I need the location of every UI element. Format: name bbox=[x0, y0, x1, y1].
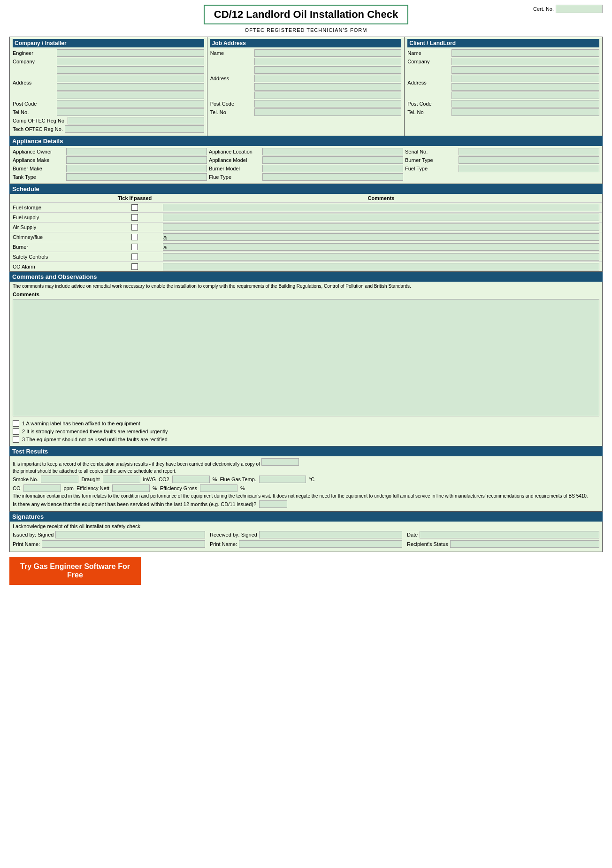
co-alarm-label: CO Alarm bbox=[13, 264, 107, 269]
acknowledgement-text: I acknowledge receipt of this oil instal… bbox=[13, 523, 599, 529]
address-line4[interactable] bbox=[57, 92, 204, 99]
chimney-flue-comment[interactable] bbox=[163, 233, 599, 241]
flue-type-input[interactable] bbox=[262, 173, 403, 181]
client-address-line1[interactable] bbox=[451, 66, 599, 74]
cert-box: Cert. No. bbox=[533, 5, 603, 13]
appliance-make-input[interactable] bbox=[66, 156, 207, 164]
job-address-line1[interactable] bbox=[254, 58, 402, 65]
company-installer-col: Company / Installer Engineer Company Add… bbox=[10, 37, 207, 136]
appliance-model-input[interactable] bbox=[262, 156, 403, 164]
co-input[interactable] bbox=[23, 484, 61, 492]
efficiency-gross-input[interactable] bbox=[200, 484, 237, 492]
burner-label: Burner bbox=[13, 244, 107, 250]
air-supply-comment[interactable] bbox=[163, 223, 599, 231]
chimney-flue-checkbox[interactable] bbox=[131, 234, 138, 240]
serial-no-input[interactable] bbox=[459, 148, 599, 155]
comments-textarea[interactable] bbox=[13, 299, 599, 416]
not-used-checkbox[interactable] bbox=[13, 436, 19, 443]
fuel-storage-checkbox[interactable] bbox=[131, 204, 138, 211]
page-title: CD/12 Landlord Oil Installation Check bbox=[204, 5, 408, 24]
comp-oftec-input[interactable] bbox=[68, 117, 204, 124]
burner-make-input[interactable] bbox=[66, 165, 207, 172]
air-supply-check bbox=[107, 224, 163, 230]
burner-comment[interactable] bbox=[163, 243, 599, 251]
date-input[interactable] bbox=[420, 531, 599, 538]
received-signed-input[interactable] bbox=[259, 531, 402, 538]
print-name-input-1[interactable] bbox=[42, 540, 205, 548]
client-address-line3[interactable] bbox=[451, 83, 599, 91]
client-postcode-input[interactable] bbox=[451, 100, 599, 108]
safety-controls-label: Safety Controls bbox=[13, 254, 107, 260]
warning-label-checkbox[interactable] bbox=[13, 420, 19, 427]
fuel-type-row: Fuel Type bbox=[405, 165, 599, 172]
burner-checkbox[interactable] bbox=[131, 244, 138, 250]
co2-label: CO2 bbox=[159, 476, 169, 482]
test-desc: It is important to keep a record of the … bbox=[13, 458, 599, 467]
flue-gas-input[interactable] bbox=[259, 476, 306, 483]
address-line3[interactable] bbox=[57, 83, 204, 91]
safety-controls-checkbox[interactable] bbox=[131, 253, 138, 260]
fuel-type-input[interactable] bbox=[459, 165, 599, 172]
job-name-input[interactable] bbox=[254, 49, 402, 57]
efficiency-nett-input[interactable] bbox=[112, 484, 150, 492]
chimney-flue-check bbox=[107, 234, 163, 240]
postcode-input[interactable] bbox=[57, 100, 204, 108]
smoke-no-input[interactable] bbox=[41, 476, 78, 483]
issued-signed-input[interactable] bbox=[55, 531, 205, 538]
job-address-line3[interactable] bbox=[254, 75, 402, 82]
co2-input[interactable] bbox=[172, 476, 210, 483]
burner-make-label: Burner Make bbox=[13, 166, 64, 171]
faults-remedied-checkbox[interactable] bbox=[13, 428, 19, 435]
burner-check bbox=[107, 244, 163, 250]
schedule-row-fuel-supply: Fuel supply bbox=[10, 212, 602, 222]
client-company-input[interactable] bbox=[451, 58, 599, 65]
safety-controls-comment[interactable] bbox=[163, 253, 599, 261]
address-line1[interactable] bbox=[57, 66, 204, 74]
burner-model-input[interactable] bbox=[262, 165, 403, 172]
page: CD/12 Landlord Oil Installation Check Ce… bbox=[0, 0, 612, 590]
job-address-line2[interactable] bbox=[254, 66, 402, 74]
appliance-location-input[interactable] bbox=[262, 148, 403, 155]
serial-no-row: Serial No. bbox=[405, 148, 599, 155]
appliance-owner-input[interactable] bbox=[66, 148, 207, 155]
client-address-line4[interactable] bbox=[451, 92, 599, 99]
client-address-line2[interactable] bbox=[451, 75, 599, 82]
job-address-line4[interactable] bbox=[254, 83, 402, 91]
tank-type-input[interactable] bbox=[66, 173, 207, 181]
telno-input[interactable] bbox=[57, 108, 204, 116]
company-row: Company bbox=[13, 58, 204, 65]
co2-unit: % bbox=[213, 476, 217, 482]
test-info-text: The information contained in this form r… bbox=[13, 493, 599, 499]
fuel-supply-comment[interactable] bbox=[163, 214, 599, 221]
job-address-col: Job Address Name Address Post Code bbox=[207, 37, 405, 136]
recipient-status-input[interactable] bbox=[450, 540, 599, 548]
draught-input[interactable] bbox=[103, 476, 140, 483]
appliance-col3: Serial No. Burner Type Fuel Type bbox=[405, 148, 599, 182]
flue-gas-label: Flue Gas Temp. bbox=[220, 476, 256, 482]
address-line2[interactable] bbox=[57, 75, 204, 82]
burner-type-input[interactable] bbox=[459, 156, 599, 164]
tech-oftec-input[interactable] bbox=[65, 125, 204, 133]
schedule-row-safety-controls: Safety Controls bbox=[10, 252, 602, 261]
print-name-input-2[interactable] bbox=[239, 540, 402, 548]
air-supply-checkbox[interactable] bbox=[131, 224, 138, 230]
co-alarm-checkbox[interactable] bbox=[131, 263, 138, 270]
client-name-input[interactable] bbox=[451, 49, 599, 57]
try-cta-button[interactable]: Try Gas Engineer Software For Free bbox=[9, 557, 141, 585]
cert-number-input[interactable] bbox=[556, 5, 603, 13]
client-telno-input[interactable] bbox=[451, 108, 599, 116]
client-name-row: Name bbox=[407, 49, 599, 57]
job-telno-input[interactable] bbox=[254, 108, 402, 116]
co-alarm-comment[interactable] bbox=[163, 263, 599, 270]
company-input[interactable] bbox=[57, 58, 204, 65]
engineer-input[interactable] bbox=[57, 49, 204, 57]
print-attached-input[interactable] bbox=[261, 458, 299, 466]
job-address-line5[interactable] bbox=[254, 92, 402, 99]
job-postcode-input[interactable] bbox=[254, 100, 402, 108]
schedule-row-fuel-storage: Fuel storage bbox=[10, 202, 602, 212]
fuel-supply-checkbox[interactable] bbox=[131, 214, 138, 221]
burner-model-label: Burner Model bbox=[209, 166, 260, 171]
serviced-input[interactable] bbox=[259, 500, 287, 508]
postcode-row: Post Code bbox=[13, 100, 204, 108]
fuel-storage-comment[interactable] bbox=[163, 204, 599, 211]
